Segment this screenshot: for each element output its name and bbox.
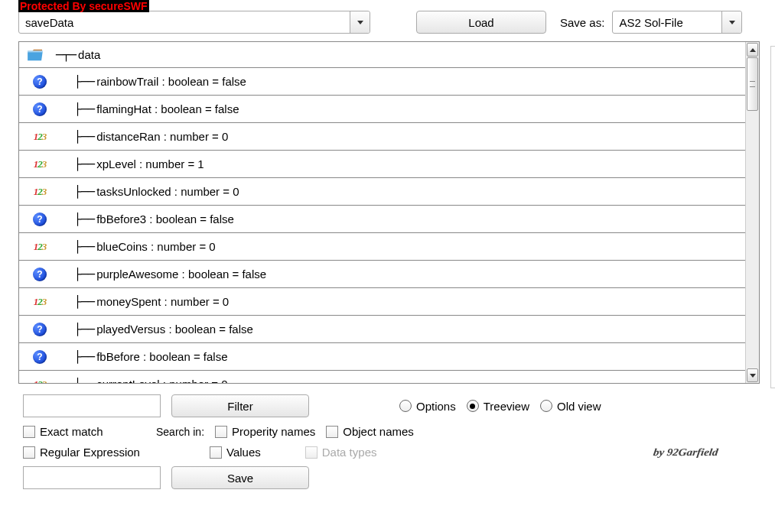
vertical-scrollbar[interactable] [745,42,759,383]
tree-connector: ├── [60,102,95,116]
tree-connector: ├── [60,240,95,254]
tree-row[interactable]: ? ├──fbBefore : boolean = false [19,343,745,371]
chevron-down-icon[interactable] [350,11,370,33]
scrollbar-thumb[interactable] [747,57,758,111]
chevron-down-icon[interactable] [721,11,741,33]
treeview-radio-label: Treeview [484,400,529,413]
boolean-icon: ? [31,268,48,281]
save-name-input[interactable] [23,466,161,489]
save-as-dropdown[interactable]: AS2 Sol-File [612,11,742,34]
tree-root-label: data [78,48,100,61]
boolean-icon: ? [31,75,48,89]
tree-row[interactable]: 123 ├──currentLevel : number = 0 [19,371,745,383]
tree-row[interactable]: 123 ├──xpLevel : number = 1 [19,151,745,178]
treeview-radio[interactable]: Treeview [467,400,529,413]
exact-match-label: Exact match [40,425,103,438]
search-in-label: Search in: [156,426,204,438]
scroll-up-button[interactable] [747,43,758,57]
boolean-icon: ? [31,102,48,116]
number-icon: 123 [31,157,48,171]
tree-row-label: distanceRan : number = 0 [96,130,228,143]
tree-connector: ├── [60,212,95,226]
tree-connector: ├── [60,350,95,364]
scrollbar-track[interactable] [746,57,759,368]
exact-match-checkbox[interactable]: Exact match [23,425,145,438]
tree-connector: ├── [60,130,95,144]
boolean-icon: ? [31,350,48,364]
number-icon: 123 [31,185,48,199]
tree-row-label: rainbowTrail : boolean = false [96,75,246,88]
tree-row-label: purpleAwesome : boolean = false [96,268,266,281]
tree-row-label: blueCoins : number = 0 [96,240,216,253]
tree-row-label: playedVersus : boolean = false [96,323,253,336]
save-button[interactable]: Save [171,466,309,489]
oldview-radio-label: Old view [557,400,601,413]
tree-row[interactable]: ? ├──flamingHat : boolean = false [19,96,745,123]
tree-view: ─┬─data? ├──rainbowTrail : boolean = fal… [18,41,760,384]
options-radio-label: Options [416,400,456,413]
tree-row-label: fbBefore : boolean = false [96,350,227,363]
tree-row[interactable]: 123 ├──tasksUnlocked : number = 0 [19,178,745,206]
filter-panel: Filter Options Treeview Old view Exact m… [0,384,775,489]
tree-connector: ├── [60,157,95,171]
tree-connector: ├── [60,268,95,281]
tree-row[interactable]: ? ├──fbBefore3 : boolean = false [19,206,745,233]
tree-connector: ├── [60,323,95,336]
filter-input[interactable] [23,394,161,417]
tree-connector: ├── [60,75,95,89]
right-panel-sliver [770,46,775,388]
tree-connector: ├── [60,295,95,309]
tree-row[interactable]: ? ├──rainbowTrail : boolean = false [19,68,745,96]
values-label: Values [226,446,261,459]
tree-connector: ├── [60,378,95,384]
number-icon: 123 [31,295,48,309]
options-radio[interactable]: Options [399,400,456,413]
tree-row-label: currentLevel : number = 0 [96,378,227,383]
filter-button[interactable]: Filter [171,394,309,417]
tree-row[interactable]: 123 ├──distanceRan : number = 0 [19,123,745,151]
regex-checkbox[interactable]: Regular Expression [23,446,199,459]
tree-row-label: xpLevel : number = 1 [96,157,204,170]
tree-row[interactable]: 123 ├──moneySpent : number = 0 [19,288,745,316]
tree-connector: ├── [60,185,95,199]
boolean-icon: ? [31,212,48,226]
property-names-checkbox[interactable]: Properity names [215,425,315,438]
data-types-label: Data types [322,446,377,459]
save-name-text: saveData [19,16,350,29]
regex-label: Regular Expression [40,446,140,459]
object-names-checkbox[interactable]: Object names [326,425,414,438]
credit-label: by 92Garfield [653,446,719,458]
tree-row-label: fbBefore3 : boolean = false [96,212,234,225]
save-as-label: Save as: [560,16,604,29]
oldview-radio[interactable]: Old view [540,400,601,413]
save-as-text: AS2 Sol-File [613,16,721,29]
folder-icon [27,48,44,62]
data-types-checkbox: Data types [305,446,377,459]
save-name-dropdown[interactable]: saveData [18,11,370,34]
tree-row[interactable]: ? ├──playedVersus : boolean = false [19,316,745,343]
property-names-label: Properity names [232,425,315,438]
tree-connector: ─┬─ [56,48,77,62]
tree-root-row[interactable]: ─┬─data [19,42,745,68]
tree-row-label: moneySpent : number = 0 [96,295,229,308]
load-button[interactable]: Load [416,11,546,34]
number-icon: 123 [31,378,48,384]
number-icon: 123 [31,130,48,144]
tree-row-label: flamingHat : boolean = false [96,102,239,115]
boolean-icon: ? [31,323,48,336]
tree-row-label: tasksUnlocked : number = 0 [96,185,239,198]
scroll-down-button[interactable] [747,368,758,382]
values-checkbox[interactable]: Values [210,446,261,459]
tree-row[interactable]: 123 ├──blueCoins : number = 0 [19,233,745,261]
tree-row[interactable]: ? ├──purpleAwesome : boolean = false [19,261,745,288]
number-icon: 123 [31,240,48,254]
object-names-label: Object names [343,425,414,438]
watermark-label: Protected By secureSWF [18,0,149,12]
